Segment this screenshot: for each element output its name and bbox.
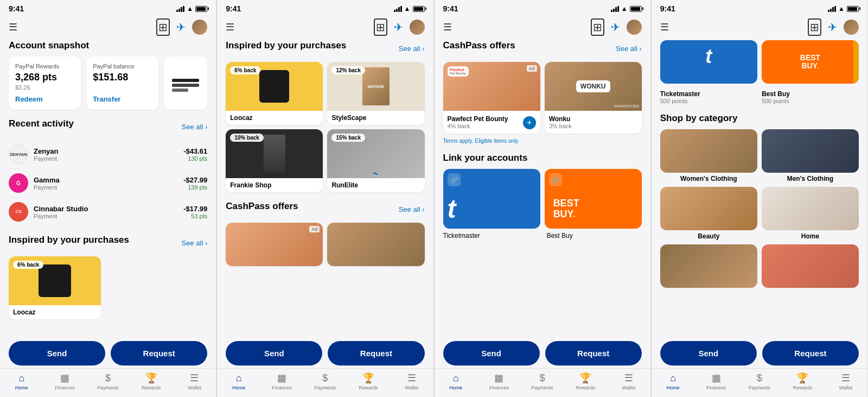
tab-finances-4[interactable]: ▦ Finances [703,372,729,390]
category-item-womens[interactable]: Women's Clothing [660,129,757,182]
send-button-3[interactable]: Send [443,341,540,366]
request-button-4[interactable]: Request [762,341,859,366]
qr-icon-4[interactable]: ⊞ [808,18,821,36]
bestbuy-logo-area: BESTBUY. [800,54,820,71]
cashpass-see-all-3[interactable]: See all › [616,45,642,53]
payments-tab-icon-3: $ [540,373,545,384]
tab-home-4[interactable]: ⌂ Home [660,373,686,390]
merchant-cards-row: t BESTBUY. [652,40,867,90]
cashpass-see-all-2[interactable]: See all › [399,205,425,213]
tab-wallet-4[interactable]: ☰ Wallet [833,372,859,390]
category-item-home[interactable]: Home [762,187,859,240]
qr-icon-2[interactable]: ⊞ [374,18,387,36]
status-bar-3: 9:41 ▲ [435,0,650,15]
accessories-card [660,244,757,288]
send-button-2[interactable]: Send [226,341,322,366]
tab-finances-1[interactable]: ▦ Finances [52,372,78,390]
recent-activity-header: Recent activity See all › [9,118,207,135]
nav-bar-4: ☰ ⊞ ✈ [652,15,867,40]
pawfect-img: Ad Pawfect Pet Bounty [443,62,540,111]
tab-rewards-1[interactable]: 🏆 Rewards [138,372,164,390]
avatar-3[interactable] [627,20,642,35]
purchase-card-preview[interactable]: 6% back Loocaz [9,256,101,319]
wallet-tab-icon-1: ☰ [190,372,199,384]
redeem-button[interactable]: Redeem [15,95,74,103]
offer-card-pawfect[interactable]: Ad Pawfect Pet Bounty Pawfect Pet Bounty… [443,62,540,134]
chat-icon-2[interactable]: ✈ [394,21,403,34]
merchant-card-bestbuy[interactable]: BESTBUY. [762,40,859,84]
tab-wallet-2[interactable]: ☰ Wallet [399,372,425,390]
nav-right-3: ⊞ ✈ [591,18,642,36]
rewards-tab-label-4: Rewards [793,385,813,390]
wallet-tab-label-4: Wallet [839,385,853,390]
tab-wallet-3[interactable]: ☰ Wallet [616,372,642,390]
send-button-4[interactable]: Send [660,341,757,366]
menu-icon-3[interactable]: ☰ [443,21,452,33]
tab-rewards-4[interactable]: 🏆 Rewards [789,372,815,390]
tab-rewards-3[interactable]: 🏆 Rewards [572,372,598,390]
panel-4: 9:41 ▲ ☰ ⊞ ✈ t [652,0,868,397]
avatar-2[interactable] [410,20,425,35]
inspired-see-all-2[interactable]: See all › [399,45,425,53]
bestbuy-link-icon: 🔗 [549,173,562,186]
rewards-card: PayPal Rewards 3,268 pts $3.26 Redeem [9,56,81,110]
tab-payments-2[interactable]: $ Payments [312,373,338,390]
chat-icon-4[interactable]: ✈ [828,21,837,34]
inspired-title-1: Inspired by your purchases [9,235,129,245]
request-button-3[interactable]: Request [545,341,642,366]
send-button-1[interactable]: Send [9,341,105,366]
chat-icon-3[interactable]: ✈ [611,21,620,34]
loocaz-img-container: 6% back [226,62,323,111]
purchase-card-loocaz[interactable]: 6% back Loocaz [226,62,323,125]
tab-rewards-2[interactable]: 🏆 Rewards [355,372,381,390]
avatar-4[interactable] [844,20,859,35]
tab-payments-1[interactable]: $ Payments [95,373,121,390]
home-label: Home [762,232,859,240]
pawfect-add-button[interactable]: + [523,116,536,129]
link-card-ticketmaster[interactable]: 🔗 t [443,169,540,229]
ad-badge-1: Ad [309,226,320,232]
tab-home-1[interactable]: ⌂ Home [9,373,35,390]
tab-home-3[interactable]: ⌂ Home [443,373,469,390]
tab-payments-3[interactable]: $ Payments [529,373,556,390]
tab-home-2[interactable]: ⌂ Home [226,373,252,390]
battery-icon-4 [847,6,859,12]
runelite-name: RunElite [327,178,424,192]
chat-icon-1[interactable]: ✈ [176,21,186,34]
offer-card-preview-2[interactable] [327,223,424,266]
cashpass-section-2: CashPass offers See all › Ad [217,201,433,266]
balance-sub [93,84,152,91]
avatar-1[interactable] [192,20,207,35]
category-item-accessories[interactable] [660,244,757,288]
menu-icon-2[interactable]: ☰ [226,21,234,33]
menu-icon-4[interactable]: ☰ [660,21,669,33]
menu-icon-1[interactable]: ☰ [9,21,17,33]
payments-tab-icon-4: $ [757,373,762,384]
tab-payments-4[interactable]: $ Payments [746,373,773,390]
purchase-card-runelite[interactable]: 👟 15% back RunElite [327,129,424,192]
offer-card-wonku[interactable]: WONKU WARDROBE Wonku 3% back [545,62,642,134]
purchase-card-frankieshop[interactable]: 10% back Frankie Shop [226,129,323,192]
offer-card-preview-1[interactable]: Ad [226,223,323,266]
tab-finances-2[interactable]: ▦ Finances [269,372,295,390]
ticketmaster-logo-area: t [660,40,757,73]
nav-bar-1: ☰ ⊞ ✈ [0,15,216,40]
category-item-extra[interactable] [762,244,859,288]
merchant-card-ticketmaster[interactable]: t [660,40,757,84]
link-card-bestbuy[interactable]: 🔗 BESTBUY. [545,169,642,229]
purchase-card-stylescape[interactable]: MATISSE 12% back StyleScape [327,62,424,125]
qr-icon-3[interactable]: ⊞ [591,18,604,36]
finances-tab-label-2: Finances [272,385,292,390]
balance-value: $151.68 [93,72,152,83]
request-button-2[interactable]: Request [328,341,424,366]
recent-activity-see-all[interactable]: See all › [182,123,208,131]
purchase-img-container: 6% back [9,256,101,305]
inspired-see-all-1[interactable]: See all › [182,239,208,247]
qr-icon-1[interactable]: ⊞ [156,18,170,36]
tab-finances-3[interactable]: ▦ Finances [486,372,512,390]
category-item-beauty[interactable]: Beauty [660,187,757,240]
transfer-button[interactable]: Transfer [93,95,152,103]
request-button-1[interactable]: Request [111,341,207,366]
category-item-mens[interactable]: Men's Clothing [762,129,859,182]
tab-wallet-1[interactable]: ☰ Wallet [181,372,207,390]
